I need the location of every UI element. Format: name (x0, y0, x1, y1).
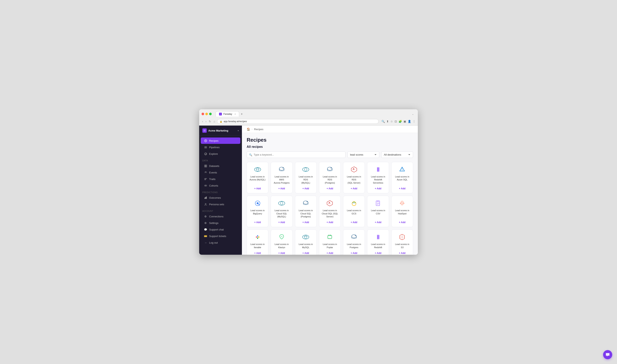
csv-add-button[interactable]: + Add (375, 220, 381, 224)
klaviyo-add-button[interactable]: + Add (278, 251, 285, 255)
cohorts-label: Cohorts (209, 184, 218, 187)
recipe-card-cloudsql-postgres[interactable]: Lead scores inCloud SQL(Postgres) + Add (295, 196, 317, 227)
sidebar-item-support-tickets[interactable]: 🎫 Support tickets (201, 233, 240, 239)
home-button[interactable]: ⌂ (213, 119, 216, 124)
share-button[interactable]: ⬆ (386, 120, 389, 123)
fullscreen-traffic-light[interactable] (209, 113, 212, 115)
support-chat-icon: 💬 (204, 228, 207, 231)
sidebar-item-pipelines[interactable]: Pipelines (201, 144, 240, 150)
sidebar-item-support-chat[interactable]: 💬 Support chat (201, 226, 240, 233)
rds-postgres-add-button[interactable]: + Add (327, 186, 333, 191)
recipe-card-aurora-postgres[interactable]: Lead scores in AWSAurora Postgres + Add (271, 162, 292, 193)
recipe-card-aurora-mysql[interactable]: Lead scores inAurora (MySQL) + Add (247, 162, 268, 193)
sidebar-item-events[interactable]: Events (201, 169, 240, 176)
recipe-card-redshift-serverless[interactable]: Lead scores inRedshift Serverless + Add (367, 162, 389, 193)
recipe-card-rds-sqlserver[interactable]: Lead scores in RDS(SQL Server) + Add (343, 162, 365, 193)
azure-sql-add-button[interactable]: + Add (399, 186, 406, 191)
aurora-mysql-icon (253, 165, 262, 174)
recipe-card-rds-mysql[interactable]: Lead scores in RDS(MySQL) + Add (295, 162, 317, 193)
reload-button[interactable]: ↻ (208, 119, 212, 124)
cloudsql-mysql-icon (277, 199, 286, 208)
screenshot-button[interactable]: ⊡ (394, 120, 397, 123)
svg-rect-45 (377, 235, 378, 239)
address-bar[interactable]: 🔒 app.faraday.ai/recipes (217, 119, 379, 124)
sidebar-item-datasets[interactable]: Datasets (201, 163, 240, 169)
minimize-traffic-light[interactable] (205, 113, 208, 115)
sidebar-item-explore[interactable]: Explore (201, 151, 240, 157)
hubspot-add-button[interactable]: + Add (399, 220, 406, 224)
cloudsql-mysql-add-button[interactable]: + Add (278, 220, 285, 224)
mysql-add-button[interactable]: + Add (302, 251, 309, 255)
bigquery-icon (253, 199, 262, 208)
sidebar-item-settings[interactable]: ⚙ Settings (201, 220, 240, 226)
profile-button[interactable]: 👤 (408, 120, 411, 123)
org-chevron-icon[interactable]: ▾ (238, 130, 239, 132)
svg-point-37 (257, 238, 258, 239)
breadcrumb-home-icon[interactable]: 🏠 (247, 128, 250, 131)
filter-destination-select[interactable]: All destinations BigQuery HubSpot CSV (381, 151, 413, 158)
sidebar-header[interactable]: Acme Marketing ▾ (199, 126, 242, 136)
recipe-card-s3[interactable]: Lead scores in S3 + Add (391, 230, 413, 255)
tab-close-button[interactable]: × (235, 113, 236, 115)
recipe-card-bigquery[interactable]: Lead scores inBigQuery + Add (247, 196, 268, 227)
recipe-card-rds-postgres[interactable]: Lead scores in RDS(Postgres) + Add (319, 162, 341, 193)
cloudsql-postgres-icon (302, 199, 310, 208)
aurora-postgres-add-button[interactable]: + Add (278, 186, 285, 191)
support-tickets-icon: 🎫 (204, 234, 207, 238)
close-traffic-light[interactable] (202, 113, 204, 115)
search-icon: 🔍 (249, 153, 252, 156)
browser-window: f Faraday × + ⌄ ‹ › ↻ ⌂ 🔒 app.faraday.ai… (199, 109, 418, 255)
sidebar-item-outcomes[interactable]: Outcomes (201, 195, 240, 201)
recipe-card-klaviyo[interactable]: Lead scores inKlaviyo + Add (271, 230, 292, 255)
svg-rect-3 (206, 165, 207, 166)
poplar-add-button[interactable]: + Add (327, 251, 333, 255)
sidebar-item-persona-sets[interactable]: Persona sets (201, 201, 240, 208)
back-button[interactable]: ‹ (202, 119, 204, 124)
iterable-add-button[interactable]: + Add (254, 251, 261, 255)
recipe-card-poplar[interactable]: Lead scores inPoplar + Add (319, 230, 341, 255)
recipe-card-cloudsql-mysql[interactable]: Lead scores inCloud SQL (MySQL) + Add (271, 196, 292, 227)
new-tab-button[interactable]: + (240, 111, 243, 117)
gcs-add-button[interactable]: + Add (351, 220, 357, 224)
active-tab[interactable]: f Faraday × (216, 111, 239, 117)
sidebar-toggle-button[interactable]: ▣ (404, 120, 406, 123)
bookmark-button[interactable]: ☆ (390, 120, 393, 123)
sidebar-item-traits[interactable]: Traits (201, 176, 240, 182)
recipe-card-mysql[interactable]: Lead scores inMySQL + Add (295, 230, 317, 255)
cloudsql-sqlserver-add-button[interactable]: + Add (327, 220, 333, 224)
redshift-add-button[interactable]: + Add (375, 251, 381, 255)
cloudsql-postgres-add-button[interactable]: + Add (302, 220, 309, 224)
rds-mysql-add-button[interactable]: + Add (302, 186, 309, 191)
filter-type-select[interactable]: lead scores audience propensity (347, 151, 379, 158)
search-input[interactable] (247, 151, 345, 158)
recipe-card-iterable[interactable]: Lead scores inIterable + Add (247, 230, 268, 255)
sidebar-item-cohorts[interactable]: Cohorts (201, 182, 240, 189)
sidebar-item-log-out[interactable]: → Log out (201, 239, 240, 246)
sidebar-item-recipes[interactable]: Recipes (201, 138, 240, 144)
s3-add-button[interactable]: + Add (399, 251, 406, 255)
postgres-add-button[interactable]: + Add (351, 251, 357, 255)
recipe-card-csv[interactable]: Lead scores in CSV + Add (367, 196, 389, 227)
recipe-card-cloudsql-sqlserver[interactable]: Lead scores inCloud SQL (SQLServer) + Ad… (319, 196, 341, 227)
svg-rect-4 (205, 166, 206, 167)
aurora-mysql-add-button[interactable]: + Add (254, 186, 261, 191)
svg-point-11 (205, 203, 206, 204)
cloudsql-mysql-name: Lead scores inCloud SQL (MySQL) (273, 209, 290, 218)
breadcrumb-current: Recipes (254, 128, 263, 131)
chat-widget-button[interactable] (603, 350, 612, 359)
support-tickets-label: Support tickets (209, 235, 226, 238)
svg-point-43 (355, 235, 356, 236)
recipe-card-gcs[interactable]: Lead scores in GCS + Add (343, 196, 365, 227)
bigquery-add-button[interactable]: + Add (254, 220, 261, 224)
sidebar-item-connections[interactable]: ⚙ Connections (201, 213, 240, 220)
menu-button[interactable]: ⋮ (413, 120, 415, 123)
search-browser-button[interactable]: 🔍 (381, 120, 385, 123)
recipe-card-hubspot[interactable]: Lead scores inHubSpot + Add (391, 196, 413, 227)
rds-sqlserver-add-button[interactable]: + Add (351, 186, 357, 191)
forward-button[interactable]: › (205, 119, 207, 124)
redshift-serverless-add-button[interactable]: + Add (375, 186, 381, 191)
recipe-card-azure-sql[interactable]: Lead scores inAzure SQL + Add (391, 162, 413, 193)
recipe-card-postgres[interactable]: Lead scores inPostgres + Add (343, 230, 365, 255)
recipe-card-redshift[interactable]: Lead scores inRedshift + Add (367, 230, 389, 255)
extensions-button[interactable]: 🧩 (399, 120, 402, 123)
